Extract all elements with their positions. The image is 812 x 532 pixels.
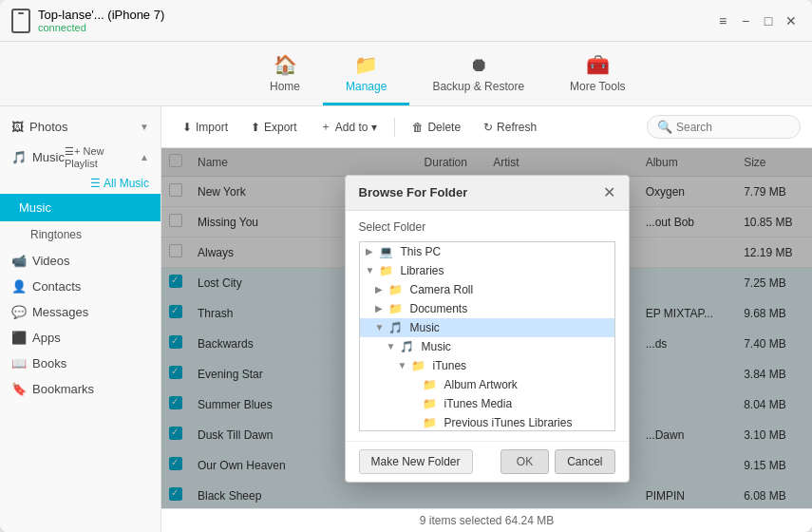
table-area: Name Duration Artist Album Size New York… <box>161 148 812 508</box>
sidebar-item-videos[interactable]: 📹 Videos <box>0 248 161 274</box>
sidebar-item-music-sub[interactable]: Music <box>0 194 161 221</box>
folder-label: iTunes <box>433 359 467 372</box>
tree-arrow: ▶ <box>375 303 385 314</box>
tree-arrow: ▼ <box>366 265 375 276</box>
sidebar-messages-label: Messages <box>32 305 88 319</box>
folder-tree[interactable]: ▶💻This PC▼📁Libraries▶📁Camera Roll▶📁Docum… <box>359 241 615 431</box>
music-icon: 🎵 <box>11 150 27 164</box>
folder-label: iTunes Media <box>444 397 513 410</box>
sidebar-item-photos[interactable]: 🖼 Photos ▼ <box>0 114 161 140</box>
browse-folder-modal: Browse For Folder ✕ Select Folder ▶💻This… <box>345 175 630 483</box>
folder-icon: 📁 <box>388 302 403 315</box>
videos-icon: 📹 <box>11 254 27 268</box>
export-icon: ⬆ <box>251 121 260 134</box>
all-music-label: All Music <box>104 177 149 190</box>
tree-item[interactable]: ▶📁Camera Roll <box>360 280 614 299</box>
title-bar: Top-lanse'... (iPhone 7) connected ≡ − □… <box>0 0 812 42</box>
main-content: 🖼 Photos ▼ 🎵 Music ☰+ New Playlist ▲ <box>0 106 812 532</box>
folder-icon: 📁 <box>423 378 437 391</box>
folder-label: Album Artwork <box>444 378 518 391</box>
export-button[interactable]: ⬆ Export <box>241 116 307 139</box>
window-controls: ≡ − □ ✕ <box>713 11 801 30</box>
refresh-button[interactable]: ↻ Refresh <box>474 116 546 139</box>
manage-icon: 📁 <box>354 53 378 76</box>
menu-button[interactable]: ≡ <box>713 11 732 30</box>
tab-tools[interactable]: 🧰 More Tools <box>547 49 648 105</box>
photos-arrow: ▼ <box>140 122 149 132</box>
status-bar: 9 items selected 64.24 MB <box>161 508 812 532</box>
tree-arrow: ▼ <box>398 360 407 370</box>
modal-close-button[interactable]: ✕ <box>603 185 615 200</box>
folder-label: Libraries <box>401 264 444 277</box>
sidebar-item-apps[interactable]: ⬛ Apps <box>0 325 161 351</box>
tree-item[interactable]: 📁Previous iTunes Libraries <box>360 413 614 431</box>
sidebar-item-bookmarks[interactable]: 🔖 Bookmarks <box>0 376 161 402</box>
tree-arrow: ▼ <box>375 322 385 332</box>
device-name: Top-lanse'... (iPhone 7) <box>38 8 164 22</box>
folder-icon: 📁 <box>423 397 437 410</box>
toolbar-right: 🔍 <box>647 115 801 139</box>
folder-icon: 📁 <box>423 416 437 429</box>
modal-footer-actions: OK Cancel <box>500 449 615 474</box>
sidebar-item-books[interactable]: 📖 Books <box>0 351 161 376</box>
tree-item[interactable]: 📁iTunes Media <box>360 394 614 413</box>
new-playlist-button[interactable]: ☰+ New Playlist <box>65 145 132 169</box>
playlist-icon: ☰+ <box>65 145 80 157</box>
tree-item[interactable]: ▼🎵Music <box>360 318 614 337</box>
tree-arrow: ▼ <box>387 341 396 352</box>
folder-label: Music <box>410 321 440 334</box>
bookmarks-icon: 🔖 <box>11 382 27 396</box>
add-to-chevron-icon: ▾ <box>371 121 377 134</box>
photos-icon: 🖼 <box>11 120 24 134</box>
toolbar: ⬇ Import ⬆ Export ＋ Add to ▾ 🗑 Delete <box>161 106 812 148</box>
folder-icon: 🎵 <box>400 340 414 353</box>
minimize-button[interactable]: − <box>736 11 755 30</box>
tab-backup[interactable]: ⏺ Backup & Restore <box>409 50 547 105</box>
device-info: Top-lanse'... (iPhone 7) connected <box>11 8 164 33</box>
tree-item[interactable]: ▼📁iTunes <box>360 356 614 375</box>
folder-icon: 📁 <box>379 264 393 277</box>
phone-icon <box>11 9 30 33</box>
ok-button[interactable]: OK <box>500 449 549 474</box>
make-new-folder-button[interactable]: Make New Folder <box>359 449 473 474</box>
tree-item[interactable]: ▼🎵Music <box>360 337 614 356</box>
home-icon: 🏠 <box>274 53 297 76</box>
folder-label: Previous iTunes Libraries <box>444 416 573 429</box>
music-sub-label: Music <box>19 200 51 215</box>
search-icon: 🔍 <box>657 120 672 134</box>
sidebar-books-label: Books <box>32 356 66 370</box>
sidebar-item-music[interactable]: 🎵 Music ☰+ New Playlist ▲ <box>0 140 161 175</box>
search-input[interactable] <box>676 121 790 134</box>
tab-manage[interactable]: 📁 Manage <box>323 49 409 105</box>
sidebar-bookmarks-label: Bookmarks <box>32 382 94 396</box>
tree-item[interactable]: ▼📁Libraries <box>360 261 614 280</box>
tree-item[interactable]: ▶📁Documents <box>360 299 614 318</box>
modal-body: Select Folder ▶💻This PC▼📁Libraries▶📁Came… <box>346 211 629 441</box>
folder-icon: 📁 <box>388 283 403 296</box>
app-window: Top-lanse'... (iPhone 7) connected ≡ − □… <box>0 0 812 532</box>
sidebar-item-contacts[interactable]: 👤 Contacts <box>0 274 161 299</box>
import-button[interactable]: ⬇ Import <box>173 116 237 139</box>
sidebar-music-label: Music <box>32 150 65 164</box>
status-text: 9 items selected 64.24 MB <box>420 514 554 527</box>
ringtones-label: Ringtones <box>30 228 82 241</box>
cancel-button[interactable]: Cancel <box>555 449 614 474</box>
close-button[interactable]: ✕ <box>782 11 801 30</box>
maximize-button[interactable]: □ <box>759 11 778 30</box>
delete-button[interactable]: 🗑 Delete <box>403 116 470 139</box>
sidebar-item-messages[interactable]: 💬 Messages <box>0 299 161 325</box>
tab-manage-label: Manage <box>346 80 387 93</box>
tree-item[interactable]: ▶💻This PC <box>360 242 614 261</box>
tab-tools-label: More Tools <box>570 80 625 93</box>
apps-icon: ⬛ <box>11 331 27 345</box>
tab-home[interactable]: 🏠 Home <box>247 49 323 105</box>
sidebar-contacts-label: Contacts <box>32 279 81 294</box>
tree-item[interactable]: 📁Album Artwork <box>360 375 614 394</box>
folder-icon: 💻 <box>379 245 393 258</box>
sidebar-item-ringtones[interactable]: Ringtones <box>0 221 161 248</box>
search-box: 🔍 <box>647 115 801 139</box>
all-music-button[interactable]: ☰ All Music <box>90 177 149 190</box>
tree-arrow: ▶ <box>366 246 375 256</box>
add-to-button[interactable]: ＋ Add to ▾ <box>311 114 387 140</box>
folder-label: Documents <box>410 302 468 315</box>
